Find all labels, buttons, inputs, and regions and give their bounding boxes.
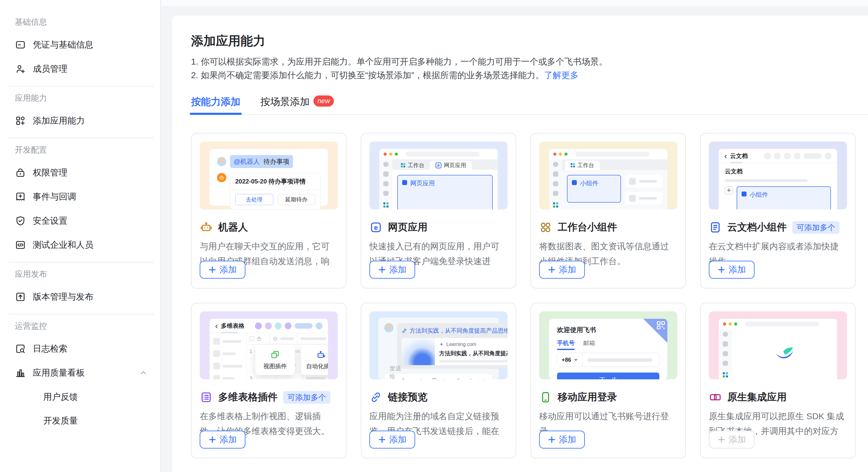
- add-button-label: 添加: [728, 264, 746, 275]
- add-link-preview-button[interactable]: 添加: [369, 431, 415, 448]
- widget-label: 小组件: [580, 179, 598, 188]
- capability-card-robot[interactable]: @机器人待办事项 2022-05-20 待办事项详情 去处理 延期待办: [191, 133, 346, 289]
- add-webapp-button[interactable]: 添加: [369, 261, 415, 279]
- sidebar-divider: [9, 86, 154, 87]
- sidebar-divider: [9, 262, 154, 263]
- insert-plus-icon: [725, 186, 733, 194]
- sidebar-item-security[interactable]: 安全设置: [0, 209, 160, 233]
- sidebar-item-user-feedback[interactable]: 用户反馈: [0, 385, 160, 409]
- mobile-login-icon: [539, 391, 552, 404]
- plus-icon: [717, 266, 725, 274]
- traffic-lights: [719, 319, 837, 329]
- add-button-label: 添加: [559, 264, 576, 275]
- cloud-doc-card-thumbnail: 云文档 云文档 小组件: [709, 141, 847, 209]
- plus-icon: [208, 436, 216, 444]
- delay-button: 延期待办: [278, 194, 316, 205]
- mock-tab-email: 邮箱: [583, 339, 595, 347]
- sidebar-item-dev-quality[interactable]: 开发质量: [0, 409, 160, 433]
- sidebar-divider: [9, 314, 154, 314]
- sidebar-item-add-capability[interactable]: 添加应用能力: [0, 109, 160, 133]
- workplace-widget-icon: [539, 221, 552, 234]
- card-title: 多维表格插件: [218, 391, 278, 404]
- back-chevron-icon: [724, 152, 727, 160]
- tab-label: 按能力添加: [191, 96, 241, 107]
- capability-card-workplace-widget[interactable]: 工作台 小组件 工作台小组件 将数据图表、图文资讯等信息通过小组件添加到工作台。: [530, 133, 686, 289]
- sidebar-item-version-release[interactable]: 版本管理与发布: [0, 285, 160, 309]
- add-workplace-widget-button[interactable]: 添加: [539, 261, 585, 279]
- sidebar-item-permissions[interactable]: 权限管理: [0, 161, 160, 185]
- native-app-card-thumbnail: [709, 311, 847, 379]
- add-native-app-button[interactable]: 添加: [709, 431, 754, 448]
- mock-next-button: 下一步: [557, 373, 659, 379]
- sidebar-subitem-label: 用户反馈: [43, 391, 78, 403]
- lock-icon: [15, 167, 26, 178]
- add-cloud-doc-widget-button[interactable]: 添加: [709, 261, 754, 279]
- sidebar-item-label: 事件与回调: [33, 191, 76, 203]
- sidebar-item-credentials[interactable]: 凭证与基础信息: [0, 33, 160, 57]
- sidebar-item-test-company[interactable]: 测试企业和人员: [0, 233, 160, 257]
- sidebar-item-events[interactable]: 事件与回调: [0, 185, 160, 209]
- view-plugin-chip: 视图插件: [255, 345, 295, 375]
- link-preview-icon: [369, 391, 382, 404]
- sidebar-section-basic-info: 基础信息: [15, 17, 160, 27]
- top-strip: [161, 0, 868, 7]
- mock-tab-workplace: 工作台: [395, 161, 430, 170]
- chart-bars-icon: [15, 367, 26, 378]
- bitable-card-thumbnail: 多维表格: [200, 311, 338, 379]
- learn-more-link[interactable]: 了解更多: [544, 70, 579, 80]
- sidebar-item-log-search[interactable]: 日志检索: [0, 337, 160, 361]
- composer-toolbar-icons: Aa ☺ @ ✂ ⊕ ↗: [401, 377, 475, 379]
- chevron-down-icon: [574, 359, 578, 361]
- widget-label: 小组件: [750, 191, 768, 199]
- mention-suffix: 待办事项: [264, 157, 289, 166]
- capability-card-link-preview[interactable]: 方法到实践，从不同角度提高产品思维能力！ Learning.com: [361, 303, 516, 459]
- code-brackets-icon: [15, 239, 26, 250]
- add-button-label: 添加: [389, 434, 406, 445]
- mock-tab-phone: 手机号: [557, 339, 575, 347]
- plus-icon: [548, 436, 556, 444]
- sidebar-item-label: 版本管理与发布: [33, 291, 93, 303]
- capability-card-webapp[interactable]: 工作台 网页应用 网页应用 e 网页应用 快速接入已有的网页应用，用户可以通过飞…: [361, 133, 516, 289]
- add-button-label: 添加: [389, 264, 406, 275]
- sidebar-subitem-label: 开发质量: [43, 415, 78, 427]
- sidebar-section-dev-config: 开发配置: [15, 144, 160, 155]
- tab-by-scenario[interactable]: 按场景添加 new: [260, 96, 334, 114]
- capability-card-grid: @机器人待办事项 2022-05-20 待办事项详情 去处理 延期待办: [191, 133, 858, 459]
- automation-plugin-icon: [316, 350, 326, 360]
- add-robot-button[interactable]: 添加: [200, 261, 245, 279]
- mock-tab-webapp: 网页应用: [430, 161, 472, 170]
- preview-title: 方法到实践，从不同角度提高产品思维能力！: [439, 350, 507, 357]
- capability-card-native-app[interactable]: 原生集成应用 原生集成应用可以把原生 SDK 集成到飞书本地，并调用其中的对应方…: [700, 303, 856, 459]
- sidebar-section-app-capability: 应用能力: [15, 93, 160, 103]
- capability-card-cloud-doc-widget[interactable]: 云文档 云文档 小组件: [700, 133, 856, 289]
- capability-card-mobile-login[interactable]: 欢迎使用飞书 手机号 邮箱 +86 下一步 移动应用登录: [530, 303, 686, 459]
- tab-label: 按场景添加: [260, 96, 310, 107]
- new-badge: new: [313, 96, 334, 107]
- add-mobile-login-button[interactable]: 添加: [539, 431, 585, 448]
- sidebar-item-quality-dashboard[interactable]: 应用质量看板: [0, 361, 160, 385]
- tabs: 按能力添加 按场景添加 new: [191, 96, 868, 115]
- feishu-logo: [774, 344, 795, 365]
- capability-card-bitable-plugin[interactable]: 多维表格: [191, 303, 346, 459]
- country-code: +86: [562, 357, 571, 363]
- sidebar-item-label: 权限管理: [33, 167, 67, 178]
- add-bitable-plugin-button[interactable]: 添加: [200, 431, 245, 448]
- back-chevron-icon: [215, 322, 218, 330]
- main-area: 添加应用能力 1. 你可以根据实际需求，为应用开启能力。单个应用可开启多种能力，…: [161, 0, 868, 472]
- upload-icon: [15, 291, 26, 302]
- mock-doc-back-label: 云文档: [730, 152, 748, 160]
- sidebar-item-label: 成员管理: [33, 63, 67, 75]
- sidebar-item-members[interactable]: 成员管理: [0, 57, 160, 81]
- robot-icon: [200, 221, 213, 234]
- card-title: 云文档小组件: [727, 221, 787, 234]
- message-link-text: 方法到实践，从不同角度提高产品思维能力！: [410, 327, 507, 335]
- tab-by-capability[interactable]: 按能力添加: [191, 96, 241, 114]
- sidebar-item-label: 测试企业和人员: [33, 239, 93, 251]
- webapp-card-thumbnail: 工作台 网页应用 网页应用: [369, 141, 507, 209]
- workplace-widget-card-thumbnail: 工作台 小组件: [539, 141, 677, 209]
- add-button-label: 添加: [219, 264, 237, 275]
- chevron-up-icon[interactable]: [139, 369, 148, 377]
- mock-phone-input: +86: [557, 353, 659, 367]
- shield-check-icon: [15, 215, 26, 227]
- page-description-line1: 1. 你可以根据实际需求，为应用开启能力。单个应用可开启多种能力，一个能力可用于…: [191, 55, 858, 69]
